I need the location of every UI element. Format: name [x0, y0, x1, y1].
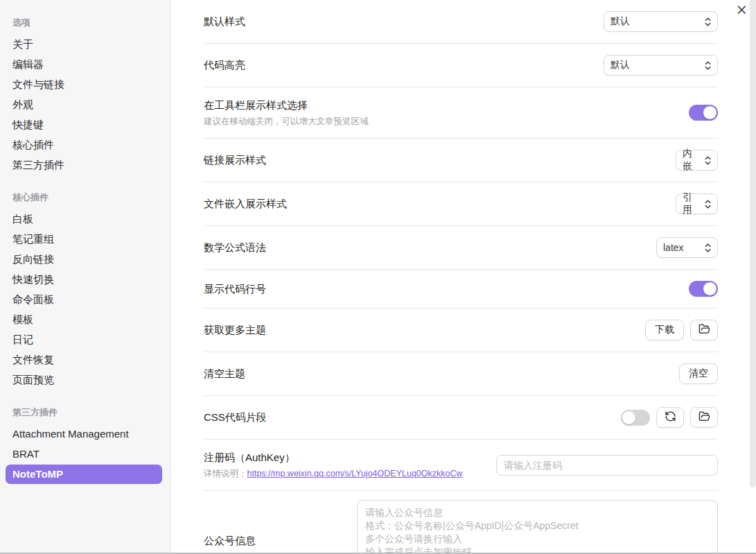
- authkey-help-link[interactable]: https://mp.weixin.qq.com/s/LYujo4ODEYLuq…: [247, 469, 463, 478]
- setting-row-math-syntax: 数学公式语法 latex: [204, 226, 718, 270]
- setting-label: 公众号信息: [204, 534, 256, 548]
- setting-row-code-highlight: 代码高亮 默认: [204, 44, 718, 87]
- link-style-select[interactable]: 内嵌: [676, 150, 718, 171]
- math-syntax-select[interactable]: latex: [656, 237, 718, 258]
- reload-snippets-button[interactable]: [656, 407, 684, 428]
- setting-label: 清空主题: [204, 367, 245, 381]
- sidebar-item-core-plugins[interactable]: 核心插件: [6, 135, 162, 155]
- settings-sidebar: 选项 关于 编辑器 文件与链接 外观 快捷键 核心插件 第三方插件 核心插件 白…: [0, 0, 171, 554]
- setting-label: 数学公式语法: [204, 241, 266, 254]
- setting-row-toolbar-style: 在工具栏展示样式选择 建议在移动端关闭，可以增大文章预览区域: [204, 87, 718, 139]
- setting-row-line-numbers: 显示代码行号: [204, 270, 718, 309]
- select-value: 引用: [683, 191, 701, 216]
- folder-open-icon: [698, 323, 710, 337]
- setting-label: 注册码（AuthKey）: [204, 451, 463, 465]
- line-numbers-toggle[interactable]: [689, 281, 718, 297]
- sidebar-item-file-recovery[interactable]: 文件恢复: [6, 350, 162, 370]
- select-value: 默认: [610, 59, 630, 71]
- setting-row-default-style: 默认样式 默认: [204, 0, 718, 44]
- refresh-icon: [665, 410, 676, 424]
- open-snippets-folder-button[interactable]: [690, 407, 718, 428]
- code-highlight-select[interactable]: 默认: [604, 55, 718, 76]
- select-value: latex: [663, 242, 684, 253]
- sidebar-item-attachment-management[interactable]: Attachment Management: [6, 424, 162, 444]
- setting-row-css-snippet: CSS代码片段: [204, 396, 718, 440]
- chevron-up-down-icon: [705, 243, 711, 252]
- sidebar-item-editor[interactable]: 编辑器: [6, 55, 162, 74]
- setting-label: 默认样式: [204, 15, 245, 28]
- toggle-knob: [703, 282, 717, 295]
- authkey-desc-prefix: 详情说明：: [204, 469, 247, 478]
- settings-panel: × 默认样式 默认 代码高亮 默认: [171, 0, 756, 554]
- folder-open-icon: [698, 410, 710, 424]
- sidebar-item-brat[interactable]: BRAT: [6, 444, 162, 464]
- setting-row-link-style: 链接展示样式 内嵌: [204, 139, 718, 182]
- select-value: 内嵌: [683, 148, 701, 173]
- chevron-up-down-icon: [705, 17, 711, 26]
- open-theme-folder-button[interactable]: [690, 320, 718, 340]
- sidebar-section-header: 选项: [0, 17, 170, 29]
- setting-row-mp-info: 公众号信息: [204, 491, 718, 554]
- chevron-up-down-icon: [705, 156, 711, 165]
- chevron-up-down-icon: [705, 200, 711, 209]
- download-theme-button[interactable]: 下载: [645, 320, 684, 340]
- clear-theme-button[interactable]: 清空: [679, 363, 718, 384]
- sidebar-item-quick-switcher[interactable]: 快速切换: [6, 270, 162, 289]
- toggle-knob: [622, 411, 635, 424]
- setting-row-more-themes: 获取更多主题 下载: [204, 309, 718, 352]
- toolbar-style-toggle[interactable]: [689, 105, 718, 121]
- chevron-up-down-icon: [705, 61, 711, 70]
- setting-row-authkey: 注册码（AuthKey） 详情说明：https://mp.weixin.qq.c…: [204, 440, 718, 491]
- sidebar-item-appearance[interactable]: 外观: [6, 95, 162, 114]
- sidebar-item-daily-notes[interactable]: 日记: [6, 330, 162, 349]
- setting-description: 详情说明：https://mp.weixin.qq.com/s/LYujo4OD…: [204, 468, 463, 479]
- sidebar-section-header: 核心插件: [0, 191, 170, 204]
- sidebar-item-hotkeys[interactable]: 快捷键: [6, 115, 162, 135]
- sidebar-item-note-composer[interactable]: 笔记重组: [6, 230, 162, 249]
- select-value: 默认: [610, 15, 630, 28]
- mp-info-textarea[interactable]: [357, 500, 718, 554]
- setting-label: 在工具栏展示样式选择: [204, 98, 369, 112]
- default-style-select[interactable]: 默认: [604, 11, 718, 32]
- sidebar-section-options: 选项 关于 编辑器 文件与链接 外观 快捷键 核心插件 第三方插件: [0, 17, 170, 175]
- close-icon[interactable]: ×: [735, 3, 748, 17]
- sidebar-item-notetomp[interactable]: NoteToMP: [6, 465, 162, 484]
- sidebar-item-canvas[interactable]: 白板: [6, 209, 162, 229]
- sidebar-item-backlinks[interactable]: 反向链接: [6, 250, 162, 269]
- toggle-knob: [703, 106, 717, 119]
- sidebar-item-files-links[interactable]: 文件与链接: [6, 75, 162, 94]
- file-embed-select[interactable]: 引用: [676, 193, 718, 214]
- setting-description: 建议在移动端关闭，可以增大文章预览区域: [204, 116, 369, 127]
- setting-label: 文件嵌入展示样式: [204, 197, 287, 211]
- setting-label: 链接展示样式: [204, 153, 266, 167]
- setting-row-file-embed: 文件嵌入展示样式 引用: [204, 182, 718, 226]
- sidebar-item-command-palette[interactable]: 命令面板: [6, 290, 162, 309]
- setting-label: 显示代码行号: [204, 282, 266, 296]
- sidebar-section-community-plugins: 第三方插件 Attachment Management BRAT NoteToM…: [0, 406, 170, 484]
- css-snippet-toggle[interactable]: [621, 410, 650, 426]
- setting-label: 代码高亮: [204, 58, 245, 72]
- setting-row-clear-theme: 清空主题 清空: [204, 352, 718, 396]
- sidebar-item-page-preview[interactable]: 页面预览: [6, 370, 162, 390]
- sidebar-item-community-plugins[interactable]: 第三方插件: [6, 155, 162, 175]
- sidebar-item-about[interactable]: 关于: [6, 35, 162, 54]
- sidebar-section-core-plugins: 核心插件 白板 笔记重组 反向链接 快速切换 命令面板 模板 日记 文件恢复 页…: [0, 191, 170, 390]
- vertical-scrollbar[interactable]: [750, 0, 756, 487]
- authkey-input[interactable]: [496, 455, 718, 476]
- settings-modal: 选项 关于 编辑器 文件与链接 外观 快捷键 核心插件 第三方插件 核心插件 白…: [0, 0, 756, 554]
- setting-label: 获取更多主题: [204, 323, 266, 337]
- sidebar-section-header: 第三方插件: [0, 406, 170, 419]
- setting-label: CSS代码片段: [204, 410, 267, 424]
- sidebar-item-templates[interactable]: 模板: [6, 310, 162, 329]
